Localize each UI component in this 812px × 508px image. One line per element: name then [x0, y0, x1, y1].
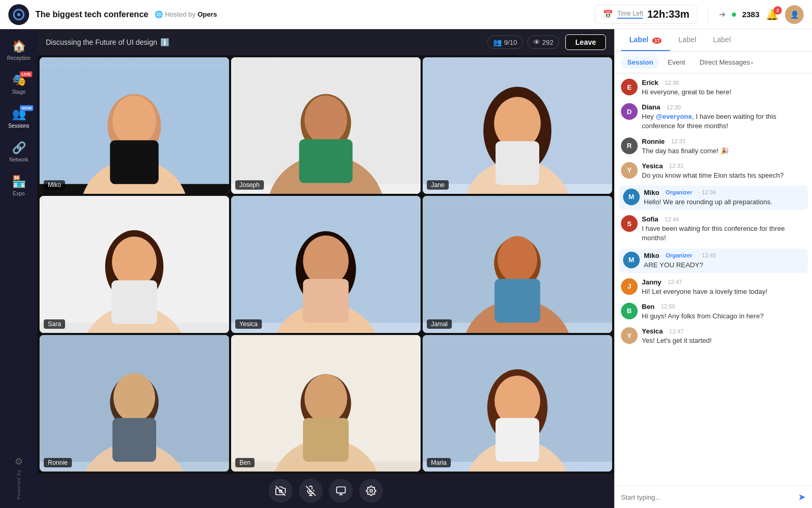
video-cell-ronnie: Ronnie [40, 335, 229, 472]
center-content: Discussing the Future of UI design ℹ️ 👥 … [37, 29, 614, 508]
home-icon: 🏠 [12, 40, 26, 53]
video-cell-yesica: Yesica [231, 196, 421, 332]
msg-avatar-yesica1: Y [621, 162, 638, 179]
network-icon: 🔗 [12, 141, 26, 155]
svg-point-8 [304, 95, 347, 144]
settings-button[interactable] [359, 479, 383, 503]
msg-text-ronnie: The day has finally come! 🎉 [642, 146, 806, 156]
msg-name-ronnie: Ronnie [642, 138, 665, 145]
svg-rect-4 [110, 140, 158, 184]
info-icon[interactable]: ℹ️ [160, 38, 169, 46]
msg-avatar-sofia: S [621, 215, 638, 232]
msg-time-yesica1: · 12:31 [666, 163, 684, 169]
subtab-dm[interactable]: Direct Messages• [693, 56, 759, 69]
sidebar-item-reception[interactable]: 🏠 Reception [0, 34, 37, 66]
msg-janny: J Janny · 12:47 Hi! Let everyone have a … [621, 278, 806, 296]
sidebar-item-sessions[interactable]: NOW 👥 Sessions [0, 102, 37, 134]
topbar: The biggest tech conference 🌐 Hosted by … [0, 0, 812, 29]
sidebar-label-reception: Reception [7, 55, 30, 61]
video-cell-joseph: Joseph [231, 57, 421, 194]
subtab-session[interactable]: Session [621, 56, 659, 69]
msg-avatar-miko2: M [623, 252, 640, 268]
msg-text-janny: Hi! Let everyone have a lovely time toda… [642, 287, 806, 296]
right-panel: Label 17 Label Label Session Event Direc… [614, 29, 812, 508]
svg-point-28 [498, 236, 538, 283]
msg-text-erick: Hi everyone, great to be here! [642, 88, 806, 97]
send-icon[interactable]: ➤ [798, 491, 806, 503]
svg-rect-50 [337, 487, 346, 493]
sidebar-label-stage: Stage [12, 89, 26, 95]
msg-time-janny: · 12:47 [665, 279, 682, 285]
msg-content-janny: Janny · 12:47 Hi! Let everyone have a lo… [642, 278, 806, 296]
msg-content-ronnie: Ronnie · 12:33 The day has finally come!… [642, 138, 806, 156]
msg-time-miko2: · 12:45 [699, 252, 716, 258]
video-grid: Miko Joseph [37, 55, 614, 474]
msg-content-miko2: Miko Organizer · 12:45 ARE YOU READY? [644, 252, 804, 270]
chat-subtabs: Session Event Direct Messages• [615, 52, 812, 73]
svg-rect-9 [299, 139, 353, 183]
settings-icon[interactable]: ⚙ [15, 456, 23, 467]
msg-time-diana: · 12:30 [663, 104, 681, 110]
msg-yesica1: Y Yesica · 12:31 Do you know what time E… [621, 162, 806, 180]
now-badge: NOW [20, 105, 33, 111]
msg-content-diana: Diana · 12:30 Hey @everyone, I have been… [642, 103, 806, 131]
bottom-controls [37, 474, 614, 508]
svg-rect-14 [496, 141, 539, 185]
chat-input-area: ➤ [615, 486, 812, 508]
msg-avatar-yesica2: Y [621, 327, 638, 344]
svg-point-33 [113, 373, 155, 422]
msg-name-miko2: Miko [644, 252, 659, 259]
sidebar-item-network[interactable]: 🔗 Network [0, 136, 37, 168]
msg-name-miko1: Miko [644, 189, 659, 196]
msg-content-erick: Erick · 12:30 Hi everyone, great to be h… [642, 79, 806, 97]
chat-input[interactable] [621, 493, 794, 501]
msg-avatar-ronnie: R [621, 138, 638, 154]
globe-icon: 🌐 [155, 10, 163, 18]
main-layout: 🏠 Reception LIVE 🎭 Stage NOW 👥 Sessions … [0, 29, 812, 508]
chat-tab-label2[interactable]: Label [670, 29, 704, 51]
participants-badge: 👥 9/10 [487, 35, 523, 49]
msg-text-diana: Hey @everyone, I have been waiting for t… [642, 112, 806, 131]
msg-ben: B Ben · 12:50 Hi guys! Any folks from Ch… [621, 303, 806, 321]
notifications-button[interactable]: 🔔 2 [766, 8, 779, 21]
hosted-by: 🌐 Hosted by Opers [155, 10, 217, 18]
mention-everyone: @everyone [656, 113, 692, 120]
svg-rect-24 [303, 279, 349, 323]
video-name-miko: Miko [44, 180, 65, 190]
powered-by-text: Powered by [16, 469, 21, 500]
notification-badge: 2 [773, 6, 782, 15]
camera-button[interactable] [269, 479, 293, 503]
msg-time-yesica2: · 12:47 [666, 328, 684, 334]
sidebar-item-expo[interactable]: 🏪 Expo [0, 170, 37, 202]
svg-rect-39 [303, 418, 349, 462]
calendar-icon: 📅 [603, 9, 613, 19]
chat-tab-label1[interactable]: Label 17 [621, 29, 670, 51]
viewers-badge: 👁 292 [527, 35, 560, 49]
screen-share-button[interactable] [329, 479, 353, 503]
sidebar-label-sessions: Sessions [8, 123, 30, 129]
logo-icon [13, 9, 24, 20]
msg-avatar-erick: E [621, 79, 638, 95]
chat-tab-label3[interactable]: Label [705, 29, 739, 51]
online-count: 2383 [742, 10, 759, 19]
msg-miko2: M Miko Organizer · 12:45 ARE YOU READY? [619, 249, 808, 273]
sidebar-label-network: Network [9, 157, 29, 163]
svg-point-18 [112, 237, 157, 287]
subtab-event[interactable]: Event [662, 56, 691, 69]
user-avatar[interactable]: 👤 [785, 5, 804, 24]
leave-button[interactable]: Leave [565, 34, 606, 50]
sidebar-item-stage[interactable]: LIVE 🎭 Stage [0, 68, 37, 100]
msg-content-ben: Ben · 12:50 Hi guys! Any folks from Chic… [642, 303, 806, 321]
separator [708, 7, 708, 22]
video-name-ben: Ben [235, 458, 255, 467]
viewers-icon: 👁 [533, 38, 540, 46]
time-value: 12h:33m [647, 8, 689, 20]
msg-text-miko1: Hello! We are rounding up all preparatio… [644, 197, 804, 207]
video-name-sara: Sara [44, 319, 65, 329]
svg-rect-44 [496, 418, 539, 462]
time-left-label: Time Left [617, 10, 643, 17]
participants-icon: 👥 [493, 38, 502, 46]
video-cell-jamal: Jamal [423, 196, 612, 332]
chat-messages: E Erick · 12:30 Hi everyone, great to be… [615, 73, 812, 486]
mic-button[interactable] [299, 479, 323, 503]
